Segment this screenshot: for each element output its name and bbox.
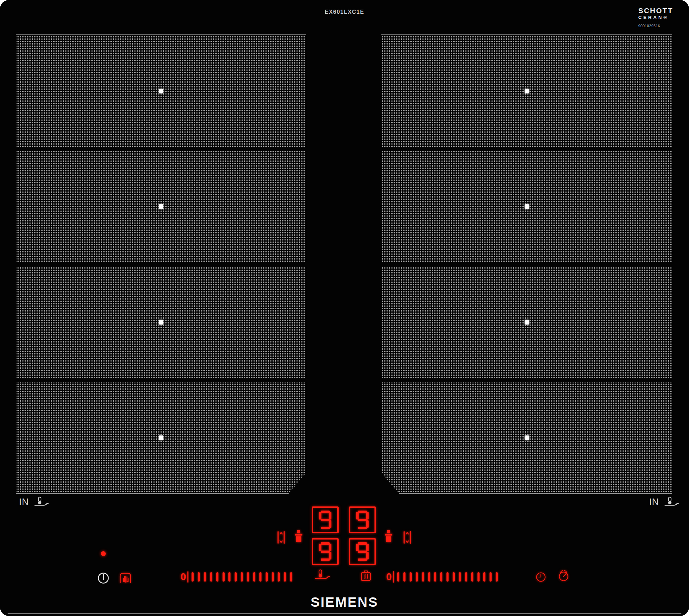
combine-zones-button-left[interactable] [277,530,286,545]
hand-in-frame-icon [119,572,132,584]
zone-center-marker [525,89,529,93]
slider-zero-separator [393,571,394,583]
seven-segment-digit [356,511,369,529]
power-slider-right[interactable]: 0 [386,569,498,584]
zone-center-marker [159,320,163,325]
zone-center-marker [159,204,163,209]
pot-indicator-left [295,530,302,544]
frying-sensor-button[interactable] [314,568,330,582]
zone-center-marker [525,435,529,440]
combine-zones-button-right[interactable] [403,530,412,545]
schott-logo-line2: CERAN® [638,15,673,20]
cooking-zone-band [381,266,672,378]
in-marking-right: IN [649,496,679,507]
cleaning-protection-button[interactable] [119,572,132,584]
brackets-arrows-icon [403,530,412,545]
siemens-logo: SIEMENS [0,595,689,610]
model-number: EX601LXC1E [0,9,689,15]
flex-zone-left [16,34,306,494]
power-indicator-dot [101,551,106,556]
zone-center-marker [525,204,529,209]
in-label: IN [649,497,659,507]
slider-tick-scale[interactable] [192,572,292,582]
egg-timer-icon [558,569,569,582]
pan-thermometer-icon [314,568,330,582]
pot-heat-waves-icon [360,569,372,582]
cooking-sensor-button[interactable] [360,569,372,582]
solid-pot-icon [385,530,392,544]
slider-tick-scale[interactable] [397,572,498,582]
schott-logo-line1: SCHOTT [638,7,673,14]
zone-center-marker [159,89,163,93]
power-level-displays [312,506,376,565]
seven-segment-digit [356,542,369,561]
glass-bottom-edge [8,613,681,614]
pot-indicator-right [385,530,392,544]
kitchen-timer-button[interactable] [558,569,569,582]
slider-zero-label[interactable]: 0 [181,572,186,582]
in-marking-left: IN [19,496,49,507]
power-slider-left[interactable]: 0 [181,569,292,584]
display-front-left[interactable] [312,538,339,565]
cooking-zone-band [16,266,306,378]
brackets-arrows-icon [277,530,286,545]
cooking-zone-band [381,34,672,147]
display-front-right[interactable] [349,538,376,565]
induction-cooktop-surface: EX601LXC1E SCHOTT CERAN® 9001029516 IN I… [0,0,689,616]
cooking-zone-band [16,382,306,494]
schott-part-number: 9001029516 [638,24,673,28]
seven-segment-digit [319,542,331,561]
schott-ceran-logo: SCHOTT CERAN® 9001029516 [638,7,673,28]
cooking-zone-band [381,382,672,494]
flex-zone-right [381,34,672,494]
seven-segment-digit [319,511,331,529]
pan-sensor-icon [664,496,679,507]
solid-pot-icon [295,530,302,544]
slider-zero-separator [187,571,188,583]
slider-zero-label[interactable]: 0 [386,572,392,582]
display-rear-right[interactable] [349,506,376,533]
power-button[interactable] [97,572,110,584]
cooking-zone-band [381,150,672,263]
pan-sensor-icon [33,496,49,507]
cooking-zone-band [16,150,306,263]
in-label: IN [19,497,29,507]
cooking-zone-band [16,34,306,147]
display-rear-left[interactable] [312,506,339,533]
timer-button[interactable] [536,572,546,582]
power-icon [97,572,110,584]
zone-center-marker [525,320,529,325]
clock-icon [536,572,546,582]
zone-center-marker [159,435,163,440]
